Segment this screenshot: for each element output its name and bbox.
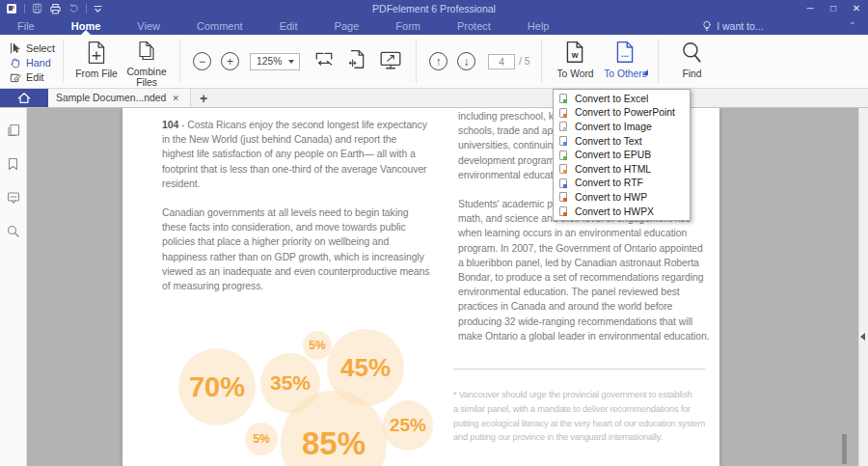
menu-item-convert-hwpx[interactable]: Convert to HWPX	[554, 205, 690, 219]
document-tab-title: Sample Documen...nded	[56, 93, 166, 103]
corner-triangle-icon	[642, 69, 648, 75]
zoom-out-button[interactable]: −	[193, 52, 211, 70]
to-word-icon: w	[563, 41, 586, 66]
fit-page-icon	[346, 49, 367, 70]
menu-item-convert-rtf[interactable]: Convert to RTF	[554, 177, 690, 191]
close-button[interactable]: ✕	[845, 3, 868, 14]
document-tab-bar: Sample Documen...nded ✕ +	[0, 89, 868, 108]
menu-item-convert-powerpoint[interactable]: Convert to PowerPoint	[554, 106, 690, 121]
print-icon[interactable]	[49, 3, 62, 14]
left-text-column: 104 - Costa Ricans enjoy the second long…	[162, 118, 454, 293]
search-icon[interactable]	[7, 225, 19, 237]
select-tool[interactable]: Select	[10, 42, 55, 54]
redo-icon[interactable]	[68, 3, 79, 14]
window-title: PDFelement 6 Professional	[0, 3, 868, 14]
menu-item-convert-html[interactable]: Convert to HTML	[554, 162, 690, 177]
file-type-icon	[559, 206, 567, 216]
divider	[24, 4, 25, 14]
menu-form[interactable]: Form	[392, 20, 424, 32]
home-icon	[17, 92, 31, 104]
new-tab-button[interactable]: +	[191, 89, 216, 107]
from-file-icon	[85, 41, 108, 66]
navigation-panel	[0, 108, 27, 466]
bubble-70: 70%	[178, 348, 256, 425]
to-word-button[interactable]: w To Word	[550, 35, 600, 88]
collapse-ribbon-button[interactable]: ⌃	[849, 20, 856, 31]
page-number-input[interactable]: 4	[488, 54, 515, 69]
menu-edit[interactable]: Edit	[276, 20, 302, 32]
hand-tool[interactable]: Hand	[10, 57, 55, 69]
find-magnifier-icon	[680, 41, 703, 66]
file-type-icon	[559, 164, 567, 174]
menu-comment[interactable]: Comment	[193, 20, 247, 32]
previous-page-button[interactable]: ↑	[429, 52, 448, 70]
bookmark-icon[interactable]	[7, 157, 19, 171]
from-file-button[interactable]: From File	[71, 35, 122, 88]
menu-item-convert-excel[interactable]: Convert to Excel	[554, 92, 690, 106]
zoom-in-button[interactable]: +	[221, 52, 239, 70]
toolbar-divider	[416, 40, 417, 83]
customize-toolbar-icon[interactable]	[94, 4, 102, 14]
bubble-5b: 5%	[245, 423, 278, 455]
menu-bar: File Home View Comment Edit Page Form Pr…	[0, 16, 868, 35]
file-type-icon	[559, 178, 567, 188]
page-canvas: 104 - Costa Ricans enjoy the second long…	[27, 108, 858, 466]
active-tab-notch	[81, 30, 91, 35]
save-icon[interactable]	[32, 3, 42, 14]
lightbulb-icon	[702, 20, 712, 32]
next-page-button[interactable]: ↓	[457, 52, 475, 70]
zoom-level-select[interactable]: 125%	[250, 53, 300, 70]
file-type-icon	[559, 151, 567, 160]
svg-text:...: ...	[621, 48, 629, 59]
menu-view[interactable]: View	[133, 20, 164, 32]
svg-text:w: w	[571, 50, 579, 60]
to-others-dropdown-menu: Convert to Excel Convert to PowerPoint C…	[553, 89, 691, 221]
hand-icon	[10, 57, 21, 69]
file-type-icon	[559, 108, 567, 118]
paragraph-text: Canadian governments at all levels need …	[162, 206, 454, 293]
menu-home[interactable]: Home	[68, 20, 105, 32]
paragraph-number: 104	[162, 120, 178, 130]
menu-item-convert-hwp[interactable]: Convert to HWP	[554, 190, 690, 205]
tab-close-icon[interactable]: ✕	[169, 92, 182, 105]
page-total-label: / 5	[519, 56, 529, 67]
select-cursor-icon	[10, 42, 21, 54]
monitor-icon	[379, 49, 402, 70]
page-fit-button[interactable]	[346, 49, 367, 74]
i-want-to-button[interactable]: I want to...	[702, 20, 763, 32]
fit-width-icon	[313, 49, 335, 70]
to-others-icon: ...	[613, 41, 637, 66]
menu-item-convert-epub[interactable]: Convert to EPUB	[554, 148, 690, 162]
home-tab-button[interactable]	[0, 89, 48, 107]
menu-item-convert-image[interactable]: Convert to Image	[554, 120, 690, 134]
minimize-button[interactable]: ─	[799, 3, 822, 14]
to-others-button[interactable]: ... To Others	[600, 35, 650, 88]
comment-icon[interactable]	[7, 191, 20, 205]
vertical-scrollbar-thumb[interactable]	[842, 434, 847, 464]
document-tab[interactable]: Sample Documen...nded ✕	[48, 89, 191, 107]
file-type-icon	[559, 136, 567, 146]
slideshow-button[interactable]	[379, 49, 402, 74]
menu-file[interactable]: File	[14, 20, 39, 32]
combine-files-icon	[135, 41, 158, 64]
quick-access-toolbar	[0, 3, 102, 14]
combine-files-button[interactable]: Combine Files	[122, 35, 172, 88]
menu-protect[interactable]: Protect	[453, 20, 495, 32]
edit-tool[interactable]: Edit	[10, 71, 55, 83]
toolbar-divider	[63, 40, 64, 83]
file-type-icon	[559, 192, 567, 202]
title-bar: PDFelement 6 Professional ─ □ ✕	[0, 0, 868, 16]
app-logo-icon[interactable]	[6, 3, 17, 14]
maximize-button[interactable]: □	[822, 3, 845, 14]
panel-collapse-arrow[interactable]	[860, 333, 865, 341]
fit-width-button[interactable]	[313, 49, 335, 74]
menu-item-convert-text[interactable]: Convert to Text	[554, 134, 690, 149]
thumbnails-icon[interactable]	[7, 123, 20, 137]
menu-page[interactable]: Page	[331, 20, 364, 32]
toolbar-divider	[541, 40, 542, 83]
bubble-5a: 5%	[303, 331, 332, 360]
menu-help[interactable]: Help	[524, 20, 554, 32]
footnote-text: * Vancouver should urge the provincial g…	[453, 388, 719, 445]
find-button[interactable]: Find	[666, 35, 717, 88]
right-panel-strip	[858, 108, 868, 466]
